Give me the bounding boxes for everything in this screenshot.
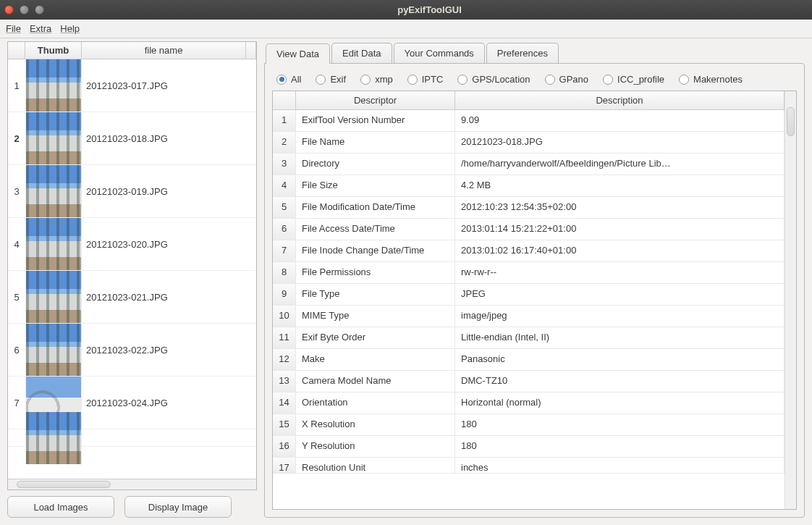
table-row[interactable]: 13Camera Model NameDMC-TZ10 — [273, 371, 784, 392]
tab-view-data[interactable]: View Data — [266, 43, 330, 64]
row-index: 1 — [273, 110, 296, 131]
table-row[interactable]: 320121023-019.JPG — [8, 165, 256, 218]
radio-exif[interactable]: Exif — [316, 74, 346, 85]
table-row[interactable]: 7File Inode Change Date/Time2013:01:02 1… — [273, 240, 784, 262]
radio-icc-profile[interactable]: ICC_profile — [603, 74, 664, 85]
description-cell: image/jpeg — [455, 306, 784, 327]
table-row[interactable]: 17Resolution Unitinches — [273, 458, 784, 474]
radio-label: Makernotes — [693, 74, 743, 85]
load-images-button[interactable]: Load Images — [7, 496, 114, 518]
description-cell: Little-endian (Intel, II) — [455, 327, 784, 348]
description-cell: DMC-TZ10 — [455, 371, 784, 392]
radio-icon — [316, 75, 326, 85]
row-index: 2 — [273, 132, 296, 153]
filename-cell: 20121023-018.JPG — [82, 133, 256, 144]
radio-iptc[interactable]: IPTC — [407, 74, 444, 85]
table-row[interactable]: 12MakePanasonic — [273, 349, 784, 371]
col-index[interactable] — [8, 42, 25, 59]
file-list-header: Thumb file name — [8, 42, 256, 59]
radio-icon — [603, 75, 613, 85]
table-row[interactable]: 3Directory/home/harryvanderwolf/Afbeeldi… — [273, 154, 784, 175]
row-index: 14 — [273, 392, 296, 413]
radio-gpano[interactable]: GPano — [545, 74, 588, 85]
table-row[interactable]: 11Exif Byte OrderLittle-endian (Intel, I… — [273, 327, 784, 349]
menu-file[interactable]: File — [6, 23, 21, 34]
table-row[interactable]: 220121023-018.JPG — [8, 112, 256, 165]
minimize-icon[interactable] — [20, 5, 29, 14]
description-cell: 2012:10:23 12:54:35+02:00 — [455, 197, 784, 218]
display-image-button[interactable]: Display Image — [124, 496, 232, 518]
row-index: 7 — [273, 240, 296, 261]
descriptor-cell: File Inode Change Date/Time — [296, 240, 455, 261]
row-index: 10 — [273, 306, 296, 327]
window-controls — [4, 5, 44, 14]
col-thumb[interactable]: Thumb — [25, 42, 82, 59]
descriptor-cell: File Name — [296, 132, 455, 153]
row-index: 6 — [8, 345, 25, 356]
table-row[interactable]: 9File TypeJPEG — [273, 284, 784, 306]
table-row[interactable] — [8, 429, 256, 447]
file-list[interactable]: 120121023-017.JPG220121023-018.JPG320121… — [8, 59, 256, 479]
table-row[interactable]: 14OrientationHorizontal (normal) — [273, 392, 784, 414]
description-cell: /home/harryvanderwolf/Afbeeldingen/Pictu… — [455, 154, 784, 175]
row-index: 3 — [273, 154, 296, 175]
col-filename[interactable]: file name — [82, 42, 246, 59]
grid-rows[interactable]: 1ExifTool Version Number9.092File Name20… — [273, 110, 784, 509]
maximize-icon[interactable] — [35, 5, 44, 14]
row-index: 3 — [8, 186, 25, 197]
metadata-grid: Descriptor Description 1ExifTool Version… — [272, 91, 797, 510]
grid-vscroll[interactable] — [784, 91, 796, 509]
description-cell: 2013:01:02 16:17:40+01:00 — [455, 240, 784, 261]
table-row[interactable]: 8File Permissionsrw-rw-r-- — [273, 262, 784, 284]
grid-col-descriptor[interactable]: Descriptor — [296, 91, 455, 109]
radio-makernotes[interactable]: Makernotes — [679, 74, 743, 85]
row-index: 13 — [273, 371, 296, 392]
menu-help[interactable]: Help — [60, 23, 80, 34]
file-list-hscroll[interactable] — [8, 479, 256, 490]
table-row[interactable]: 15X Resolution180 — [273, 414, 784, 436]
table-row[interactable]: 2File Name20121023-018.JPG — [273, 132, 784, 154]
tab-edit-data[interactable]: Edit Data — [331, 43, 392, 63]
col-tail — [246, 42, 256, 59]
menu-extra[interactable]: Extra — [30, 23, 51, 34]
radio-label: xmp — [375, 74, 393, 85]
table-row[interactable]: 620121023-022.JPG — [8, 324, 256, 377]
table-row[interactable]: 4File Size4.2 MB — [273, 175, 784, 197]
window-title: pyExifToolGUI — [51, 4, 808, 15]
vscroll-handle[interactable] — [787, 107, 795, 136]
radio-label: Exif — [330, 74, 346, 85]
descriptor-cell: Directory — [296, 154, 455, 175]
grid-header: Descriptor Description — [273, 91, 784, 110]
table-row[interactable]: 120121023-017.JPG — [8, 59, 256, 112]
radio-all[interactable]: All — [276, 74, 301, 85]
table-row[interactable]: 16Y Resolution180 — [273, 436, 784, 458]
tab-your-commands[interactable]: Your Commands — [394, 43, 485, 63]
descriptor-cell: ExifTool Version Number — [296, 110, 455, 131]
descriptor-cell: File Access Date/Time — [296, 219, 455, 240]
radio-xmp[interactable]: xmp — [360, 74, 393, 85]
table-row[interactable]: 520121023-021.JPG — [8, 271, 256, 324]
radio-icon — [457, 75, 468, 85]
table-row[interactable]: 420121023-020.JPG — [8, 218, 256, 271]
row-index: 8 — [273, 262, 296, 283]
table-row[interactable]: 6File Access Date/Time2013:01:14 15:21:2… — [273, 219, 784, 240]
workspace: Thumb file name 120121023-017.JPG2201210… — [0, 38, 812, 525]
table-row[interactable]: 1ExifTool Version Number9.09 — [273, 110, 784, 132]
table-row[interactable]: 10MIME Typeimage/jpeg — [273, 306, 784, 327]
descriptor-cell: Camera Model Name — [296, 371, 455, 392]
descriptor-cell: Make — [296, 349, 455, 370]
grid-col-index[interactable] — [273, 91, 296, 109]
hscroll-handle[interactable] — [17, 481, 111, 488]
filename-cell: 20121023-022.JPG — [82, 345, 256, 356]
row-index: 4 — [273, 175, 296, 196]
table-row[interactable]: 5File Modification Date/Time2012:10:23 1… — [273, 197, 784, 219]
close-icon[interactable] — [4, 5, 14, 14]
radio-gps-location[interactable]: GPS/Location — [457, 74, 530, 85]
tab-preferences[interactable]: Preferences — [486, 43, 559, 63]
radio-icon — [407, 75, 418, 85]
descriptor-cell: Orientation — [296, 392, 455, 413]
descriptor-cell: File Type — [296, 284, 455, 305]
grid-col-description[interactable]: Description — [455, 91, 784, 109]
filename-cell: 20121023-017.JPG — [82, 80, 256, 91]
filename-cell: 20121023-019.JPG — [82, 186, 256, 197]
